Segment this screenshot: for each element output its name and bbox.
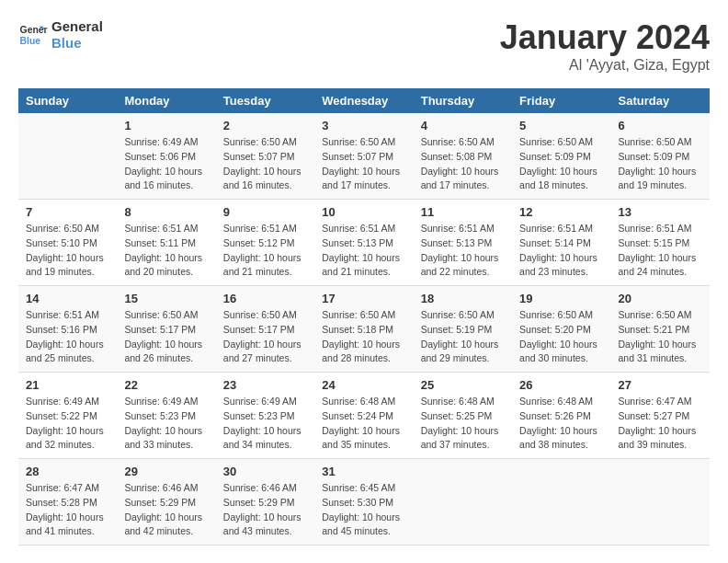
day-info: Sunrise: 6:51 AMSunset: 5:12 PMDaylight:… <box>223 222 307 280</box>
day-info: Sunrise: 6:48 AMSunset: 5:24 PMDaylight:… <box>322 395 405 453</box>
calendar-cell: 18Sunrise: 6:50 AMSunset: 5:19 PMDayligh… <box>414 286 512 373</box>
day-number: 26 <box>519 378 603 392</box>
day-info: Sunrise: 6:50 AMSunset: 5:17 PMDaylight:… <box>124 308 208 366</box>
day-info: Sunrise: 6:46 AMSunset: 5:29 PMDaylight:… <box>223 481 307 539</box>
header-wednesday: Wednesday <box>314 88 413 113</box>
calendar-cell: 27Sunrise: 6:47 AMSunset: 5:27 PMDayligh… <box>611 373 710 459</box>
day-info: Sunrise: 6:45 AMSunset: 5:30 PMDaylight:… <box>322 481 405 539</box>
calendar-cell: 17Sunrise: 6:50 AMSunset: 5:18 PMDayligh… <box>314 286 413 373</box>
day-number: 10 <box>322 205 405 219</box>
calendar-cell: 2Sunrise: 6:50 AMSunset: 5:07 PMDaylight… <box>216 113 314 200</box>
day-info: Sunrise: 6:51 AMSunset: 5:13 PMDaylight:… <box>421 222 505 280</box>
calendar-cell: 7Sunrise: 6:50 AMSunset: 5:10 PMDaylight… <box>18 200 117 286</box>
day-info: Sunrise: 6:51 AMSunset: 5:11 PMDaylight:… <box>124 222 208 280</box>
day-info: Sunrise: 6:50 AMSunset: 5:21 PMDaylight:… <box>619 308 702 366</box>
day-number: 4 <box>421 119 505 132</box>
logo-blue: Blue <box>51 35 103 52</box>
day-number: 24 <box>322 378 405 392</box>
calendar-cell: 31Sunrise: 6:45 AMSunset: 5:30 PMDayligh… <box>314 459 413 546</box>
svg-text:General: General <box>20 25 48 35</box>
calendar-cell <box>512 459 610 546</box>
day-info: Sunrise: 6:50 AMSunset: 5:07 PMDaylight:… <box>223 135 307 193</box>
day-number: 20 <box>619 292 702 305</box>
calendar-cell: 12Sunrise: 6:51 AMSunset: 5:14 PMDayligh… <box>512 200 610 286</box>
week-row-3: 21Sunrise: 6:49 AMSunset: 5:22 PMDayligh… <box>18 373 710 459</box>
day-number: 23 <box>223 378 307 392</box>
day-number: 29 <box>124 465 208 478</box>
logo-icon: General Blue <box>18 20 48 50</box>
calendar-cell: 5Sunrise: 6:50 AMSunset: 5:09 PMDaylight… <box>512 113 610 200</box>
logo: General Blue General Blue <box>18 18 103 52</box>
day-number: 9 <box>223 205 307 219</box>
calendar-cell: 11Sunrise: 6:51 AMSunset: 5:13 PMDayligh… <box>414 200 512 286</box>
day-info: Sunrise: 6:47 AMSunset: 5:28 PMDaylight:… <box>26 481 109 539</box>
month-title: January 2024 <box>500 18 710 57</box>
day-number: 30 <box>223 465 307 478</box>
day-info: Sunrise: 6:51 AMSunset: 5:15 PMDaylight:… <box>619 222 702 280</box>
day-number: 14 <box>26 292 109 305</box>
calendar-cell: 14Sunrise: 6:51 AMSunset: 5:16 PMDayligh… <box>18 286 117 373</box>
day-info: Sunrise: 6:50 AMSunset: 5:08 PMDaylight:… <box>421 135 505 193</box>
day-info: Sunrise: 6:49 AMSunset: 5:22 PMDaylight:… <box>26 395 109 453</box>
calendar-cell: 30Sunrise: 6:46 AMSunset: 5:29 PMDayligh… <box>216 459 314 546</box>
day-number: 11 <box>421 205 505 219</box>
day-info: Sunrise: 6:50 AMSunset: 5:07 PMDaylight:… <box>322 135 405 193</box>
day-info: Sunrise: 6:48 AMSunset: 5:25 PMDaylight:… <box>421 395 505 453</box>
calendar-cell <box>18 113 117 200</box>
day-number: 25 <box>421 378 505 392</box>
day-info: Sunrise: 6:50 AMSunset: 5:18 PMDaylight:… <box>322 308 405 366</box>
day-number: 8 <box>124 205 208 219</box>
day-number: 5 <box>519 119 603 132</box>
svg-text:Blue: Blue <box>20 36 41 46</box>
calendar-cell: 6Sunrise: 6:50 AMSunset: 5:09 PMDaylight… <box>611 113 710 200</box>
header-tuesday: Tuesday <box>216 88 314 113</box>
day-number: 3 <box>322 119 405 132</box>
calendar-cell: 16Sunrise: 6:50 AMSunset: 5:17 PMDayligh… <box>216 286 314 373</box>
day-number: 19 <box>519 292 603 305</box>
page-header: General Blue General Blue January 2024 A… <box>18 18 710 74</box>
calendar-cell <box>611 459 710 546</box>
day-info: Sunrise: 6:51 AMSunset: 5:16 PMDaylight:… <box>26 308 109 366</box>
calendar-cell: 25Sunrise: 6:48 AMSunset: 5:25 PMDayligh… <box>414 373 512 459</box>
day-number: 13 <box>619 205 702 219</box>
calendar-body: 1Sunrise: 6:49 AMSunset: 5:06 PMDaylight… <box>18 113 710 546</box>
day-number: 6 <box>619 119 702 132</box>
day-info: Sunrise: 6:46 AMSunset: 5:29 PMDaylight:… <box>124 481 208 539</box>
calendar-table: SundayMondayTuesdayWednesdayThursdayFrid… <box>18 88 710 546</box>
day-info: Sunrise: 6:51 AMSunset: 5:14 PMDaylight:… <box>519 222 603 280</box>
day-number: 12 <box>519 205 603 219</box>
day-number: 18 <box>421 292 505 305</box>
day-info: Sunrise: 6:49 AMSunset: 5:23 PMDaylight:… <box>223 395 307 453</box>
calendar-cell: 26Sunrise: 6:48 AMSunset: 5:26 PMDayligh… <box>512 373 610 459</box>
calendar-cell: 24Sunrise: 6:48 AMSunset: 5:24 PMDayligh… <box>314 373 413 459</box>
day-info: Sunrise: 6:50 AMSunset: 5:20 PMDaylight:… <box>519 308 603 366</box>
location-title: Al 'Ayyat, Giza, Egypt <box>500 57 710 74</box>
calendar-cell: 23Sunrise: 6:49 AMSunset: 5:23 PMDayligh… <box>216 373 314 459</box>
day-number: 17 <box>322 292 405 305</box>
day-info: Sunrise: 6:48 AMSunset: 5:26 PMDaylight:… <box>519 395 603 453</box>
calendar-cell: 22Sunrise: 6:49 AMSunset: 5:23 PMDayligh… <box>117 373 215 459</box>
header-sunday: Sunday <box>18 88 117 113</box>
day-number: 16 <box>223 292 307 305</box>
day-info: Sunrise: 6:49 AMSunset: 5:23 PMDaylight:… <box>124 395 208 453</box>
calendar-cell: 15Sunrise: 6:50 AMSunset: 5:17 PMDayligh… <box>117 286 215 373</box>
calendar-cell <box>414 459 512 546</box>
calendar-cell: 10Sunrise: 6:51 AMSunset: 5:13 PMDayligh… <box>314 200 413 286</box>
calendar-cell: 29Sunrise: 6:46 AMSunset: 5:29 PMDayligh… <box>117 459 215 546</box>
title-block: January 2024 Al 'Ayyat, Giza, Egypt <box>500 18 710 74</box>
day-number: 22 <box>124 378 208 392</box>
calendar-cell: 8Sunrise: 6:51 AMSunset: 5:11 PMDaylight… <box>117 200 215 286</box>
day-info: Sunrise: 6:50 AMSunset: 5:09 PMDaylight:… <box>619 135 702 193</box>
day-number: 1 <box>124 119 208 132</box>
day-number: 15 <box>124 292 208 305</box>
calendar-cell: 13Sunrise: 6:51 AMSunset: 5:15 PMDayligh… <box>611 200 710 286</box>
day-info: Sunrise: 6:49 AMSunset: 5:06 PMDaylight:… <box>124 135 208 193</box>
day-info: Sunrise: 6:50 AMSunset: 5:17 PMDaylight:… <box>223 308 307 366</box>
week-row-4: 28Sunrise: 6:47 AMSunset: 5:28 PMDayligh… <box>18 459 710 546</box>
day-number: 27 <box>619 378 702 392</box>
calendar-cell: 9Sunrise: 6:51 AMSunset: 5:12 PMDaylight… <box>216 200 314 286</box>
day-number: 21 <box>26 378 109 392</box>
calendar-cell: 28Sunrise: 6:47 AMSunset: 5:28 PMDayligh… <box>18 459 117 546</box>
day-info: Sunrise: 6:47 AMSunset: 5:27 PMDaylight:… <box>619 395 702 453</box>
day-number: 7 <box>26 205 109 219</box>
